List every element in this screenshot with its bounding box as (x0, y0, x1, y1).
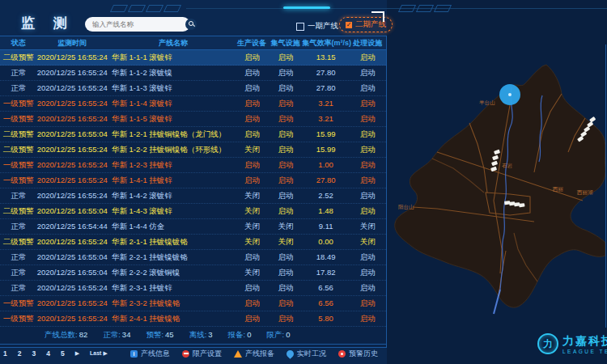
summary-item: 预警:45 (146, 330, 173, 341)
phase2-button[interactable]: ✓ 二期产线 (339, 17, 393, 32)
table-row[interactable]: 正常2020/12/25 16:55:04华新 2-2-2 滚镀铜镍关闭启动17… (0, 265, 386, 281)
column-header: 生产设备 (235, 36, 269, 49)
table-cell: 启动 (349, 127, 386, 142)
table-row[interactable]: 正常2020/12/25 16:55:24华新 1-1-2 滚镀镍启动启动27.… (0, 66, 386, 81)
table-row[interactable]: 一级预警2020/12/25 16:55:24华新 1-1-4 滚镀锌启动启动3… (0, 96, 386, 112)
table-row[interactable]: 一级预警2020/12/25 16:55:24华新 1-2-3 挂镀锌启动启动1… (0, 158, 386, 173)
search-icon[interactable] (185, 19, 197, 30)
table-cell: 启动 (236, 311, 270, 326)
table-cell: 启动 (269, 142, 303, 157)
table-row[interactable]: 一级预警2020/12/25 16:55:24华新 1-4-1 挂镀锌启动启动2… (0, 173, 386, 188)
table-cell: 2020/12/25 16:55:04 (37, 265, 108, 280)
header-bar: 监 测 一期产线 ✓ 二期产线 (0, 0, 607, 36)
table-row[interactable]: 正常2020/12/25 16:55:24华新 1-1-3 滚镀锌启动启动27.… (0, 81, 386, 96)
table-cell: 华新 2-3-1 挂镀锌 (108, 281, 236, 295)
search-input[interactable] (85, 20, 185, 28)
pagination: 12345▶Last ▶ (3, 349, 108, 358)
action-buttons: i产线信息限产设置产线报备实时工况预警历史 (130, 349, 378, 359)
action-info[interactable]: i产线信息 (130, 349, 170, 359)
table-cell: 2020/12/25 16:55:04 (37, 204, 108, 218)
table-row[interactable]: 正常2020/12/25 16:55:04华新 2-2-1 挂镀镍镀铬启动启动1… (0, 250, 386, 265)
table-cell: 启动 (349, 250, 386, 265)
table-cell: 关闭 (236, 235, 270, 249)
column-header: 产线名称 (108, 36, 236, 49)
table-cell: 关闭 (236, 265, 270, 280)
table-cell: 启动 (236, 81, 270, 95)
table-cell: 15.99 (303, 127, 350, 142)
table-cell: 关闭 (349, 219, 386, 234)
table-cell: 启动 (349, 142, 386, 157)
page-number[interactable]: 2 (18, 349, 22, 358)
table-cell: 关闭 (236, 142, 270, 157)
table-cell: 启动 (349, 66, 386, 80)
action-limit[interactable]: 限产设置 (182, 349, 222, 359)
table-cell: 一级预警 (0, 96, 37, 111)
table-cell: 华新 1-4-3 滚镀锌 (108, 204, 236, 218)
page-number[interactable]: 5 (61, 349, 65, 358)
table-cell: 华新 1-1-5 滚镀锌 (108, 112, 236, 126)
table-row[interactable]: 一级预警2020/12/25 16:55:24华新 2-4-1 挂镀镍铬启动启动… (0, 311, 386, 327)
checkbox-empty-icon[interactable] (296, 23, 304, 31)
table-cell: 启动 (236, 66, 270, 80)
cluster-center-dot (508, 93, 511, 96)
table-cell: 一级预警 (0, 173, 37, 188)
table-row[interactable]: 二级预警2020/12/25 16:55:04华新 1-2-1 挂镀铜镍铬（龙门… (0, 127, 386, 142)
monitoring-dashboard: 监 测 一期产线 ✓ 二期产线 状态监测时间产线名称生产设备集气设施集气效率(m… (0, 0, 607, 364)
table-cell: 2020/12/25 16:55:24 (37, 296, 108, 311)
table-cell: 启动 (269, 281, 303, 295)
table-cell: 2020/12/25 16:55:24 (37, 96, 108, 111)
table-cell: 华新 1-1-2 滚镀镍 (108, 66, 236, 80)
table-cell: 1.48 (303, 204, 350, 218)
corner-bracket-decoration (371, 11, 384, 22)
table-row[interactable]: 二级预警2020/12/25 16:55:24华新 2-1-1 挂镀镍镀铬关闭关… (0, 235, 386, 250)
next-page-icon[interactable]: ▶ (75, 350, 79, 357)
table-cell: 启动 (349, 281, 386, 295)
table-cell: 一级预警 (0, 112, 37, 126)
page-number[interactable]: 3 (32, 349, 36, 358)
table-cell: 13.15 (303, 50, 350, 65)
search-box (85, 17, 190, 32)
table-row[interactable]: 一级预警2020/12/25 16:55:24华新 1-1-5 滚镀锌启动启动3… (0, 112, 386, 127)
table-cell: 27.80 (303, 173, 350, 188)
action-history[interactable]: 预警历史 (338, 349, 378, 359)
action-report[interactable]: 产线报备 (234, 349, 274, 359)
table-cell: 正常 (0, 81, 37, 95)
table-row[interactable]: 正常2020/12/25 16:55:24华新 1-4-2 滚镀锌关闭启动2.5… (0, 188, 386, 204)
table-cell: 启动 (349, 81, 386, 95)
summary-item: 正常:34 (103, 330, 130, 341)
action-realtime[interactable]: 实时工况 (287, 349, 326, 359)
table-row[interactable]: 二级预警2020/12/25 16:55:24华新 1-1-1 滚镀锌启动启动1… (0, 50, 386, 66)
last-page-button[interactable]: Last ▶ (90, 350, 108, 357)
table-cell: 启动 (269, 250, 303, 265)
table-cell: 2020/12/25 16:55:24 (37, 173, 108, 188)
table-cell: 启动 (269, 311, 303, 326)
table-row[interactable]: 正常2020/12/25 16:54:44华新 1-4-4 仿金关闭关闭9.11… (0, 219, 386, 235)
table-row[interactable]: 二级预警2020/12/25 16:55:24华新 1-2-2 挂镀铜镍铬（环形… (0, 142, 386, 158)
summary-item: 离线:3 (189, 330, 213, 341)
table-cell: 2020/12/25 16:55:24 (37, 235, 108, 249)
table-cell: 启动 (349, 265, 386, 280)
table-body: 二级预警2020/12/25 16:55:24华新 1-1-1 滚镀锌启动启动1… (0, 50, 386, 327)
column-header: 状态 (0, 36, 37, 49)
table-cell: 启动 (236, 112, 270, 126)
table-row[interactable]: 二级预警2020/12/25 16:55:04华新 1-4-3 滚镀锌关闭启动1… (0, 204, 386, 219)
cluster-marker[interactable] (499, 84, 520, 105)
factory-marker[interactable] (589, 116, 596, 123)
table-cell: 启动 (269, 127, 303, 142)
history-icon (338, 350, 346, 358)
phase1-checkbox[interactable]: 一期产线 (296, 21, 338, 32)
table-row[interactable]: 一级预警2020/12/25 16:55:24华新 2-3-2 挂镀镍铬启动启动… (0, 296, 386, 311)
table-cell: 关闭 (349, 235, 386, 249)
summary-item: 报备:0 (228, 330, 252, 341)
page-title: 监 测 (21, 14, 74, 32)
table-cell: 启动 (269, 81, 303, 95)
logo-name: 力嘉科技 (562, 334, 607, 349)
table-row[interactable]: 正常2020/12/25 16:55:24华新 2-3-1 挂镀锌启动启动6.5… (0, 281, 386, 296)
page-number[interactable]: 1 (3, 349, 7, 358)
table-cell: 启动 (236, 127, 270, 142)
district-map[interactable]: 羊台山石岩西丽西丽湖阳台山 (388, 39, 607, 364)
summary-item: 产线总数:82 (45, 330, 87, 341)
page-number[interactable]: 4 (46, 349, 50, 358)
checkbox-checked-icon[interactable]: ✓ (346, 22, 352, 28)
brand-logo: 力 力嘉科技 LEAGUE TE (537, 333, 607, 354)
